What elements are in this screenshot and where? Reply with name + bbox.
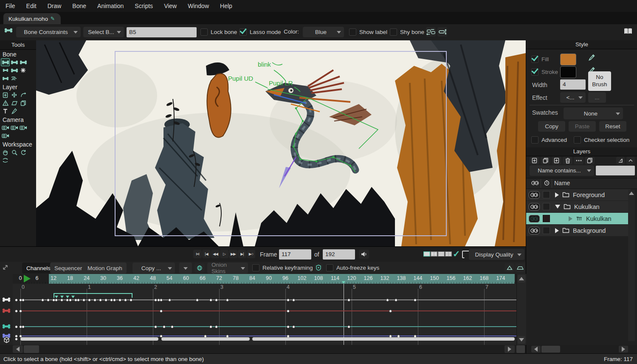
more-layer-options-button[interactable] <box>574 157 583 164</box>
bone-constraints-dropdown[interactable]: Bone Constraints <box>16 27 81 37</box>
layer-track-segment[interactable] <box>161 337 250 341</box>
fill-checkbox[interactable]: Fill <box>531 54 549 65</box>
loop-playback-button[interactable]: ⋈ <box>193 250 202 258</box>
timeline-tab-sequencer[interactable]: Sequencer <box>50 262 86 274</box>
layer-channel-icon[interactable] <box>1 336 11 343</box>
keyframe[interactable] <box>66 299 69 302</box>
edit-pencil-icon[interactable]: ✎ <box>51 16 55 22</box>
menu-window[interactable]: Window <box>182 0 214 12</box>
keyframe[interactable] <box>88 299 91 302</box>
keyframe[interactable] <box>292 325 295 328</box>
timeline-scroll-left-button[interactable] <box>13 345 23 353</box>
layers-vertical-scrollbar[interactable] <box>628 190 635 341</box>
keyframe[interactable] <box>99 299 102 302</box>
layer-color-swatch[interactable] <box>543 203 550 210</box>
bind-layer-tool-icon[interactable] <box>1 74 10 82</box>
onion-skins-dropdown[interactable]: Onion Skins <box>207 262 248 274</box>
total-frames-input[interactable]: 192 <box>323 249 355 260</box>
layer-row-kukulkan-2[interactable]: Kukulkan <box>526 213 631 224</box>
collapse-layers-button[interactable] <box>616 157 625 164</box>
lasso-mode-checkbox[interactable]: Lasso mode <box>240 27 281 37</box>
keyframe[interactable] <box>60 299 63 302</box>
timeline-horizontal-scrollbar[interactable] <box>0 345 526 353</box>
keyframe[interactable] <box>163 325 166 328</box>
layer-visibility-toggle[interactable] <box>529 191 540 199</box>
checker-selection-checkbox[interactable]: Checker selection <box>574 135 629 145</box>
keyframe[interactable] <box>386 299 389 302</box>
bone-teal-channel-icon[interactable] <box>1 323 11 330</box>
timeline-scroll-down-button[interactable] <box>518 336 525 344</box>
menu-draw[interactable]: Draw <box>42 0 67 12</box>
layer-visibility-toggle[interactable] <box>529 227 540 234</box>
effect-dropdown[interactable]: <... <box>560 92 586 103</box>
pan-tilt-camera-tool-icon[interactable] <box>1 132 10 140</box>
roll-camera-tool-icon[interactable] <box>19 124 28 132</box>
keyframe[interactable] <box>168 299 171 302</box>
bone-name-input[interactable]: B5 <box>127 27 197 37</box>
shear-layer-tool-icon[interactable] <box>10 99 19 107</box>
view-layout-3-icon[interactable] <box>438 251 445 258</box>
triangle-interp-icon[interactable] <box>505 263 514 272</box>
reset-style-button[interactable]: Reset <box>599 121 626 132</box>
document-canvas[interactable]: blink Pupil UD Pupil LR <box>36 40 526 246</box>
keyframe[interactable] <box>215 325 218 328</box>
effect-more-button[interactable]: ... <box>588 92 606 103</box>
translate-bone-tool-icon[interactable] <box>1 66 10 74</box>
go-to-end-button[interactable]: ▶| <box>238 250 246 258</box>
layers-filter-dropdown[interactable]: Name contains... <box>530 165 594 176</box>
keyframe[interactable] <box>347 325 350 328</box>
timeline-scroll-up-button[interactable] <box>518 275 525 282</box>
enable-drawing-check-icon[interactable]: ✓ <box>453 249 460 259</box>
keyframe[interactable] <box>130 299 132 302</box>
ease-interp-icon[interactable] <box>515 263 525 272</box>
bone-wind-tool-icon[interactable] <box>10 74 19 82</box>
keyframe[interactable] <box>22 299 25 302</box>
timeline-copy-dropdown[interactable]: Copy ... <box>132 262 175 274</box>
layer-visibility-toggle[interactable] <box>529 203 540 211</box>
view-layout-4-icon[interactable] <box>445 251 452 258</box>
reference-layer-button[interactable] <box>585 157 595 164</box>
rotate-workspace-tool-icon[interactable] <box>19 148 28 156</box>
keyframe[interactable] <box>41 299 44 302</box>
fill-color-swatch[interactable] <box>560 54 576 65</box>
keyframe[interactable] <box>118 299 121 302</box>
keyframe[interactable] <box>292 299 295 302</box>
eyedropper-tool-icon[interactable] <box>10 107 19 115</box>
lock-bone-checkbox[interactable]: Lock bone <box>200 27 237 37</box>
timeline-grid[interactable]: 01234567 <box>13 284 516 345</box>
layer-track-segment[interactable] <box>20 337 158 341</box>
keyframe[interactable] <box>171 325 174 328</box>
zoom-camera-tool-icon[interactable] <box>10 124 19 132</box>
menu-scripts[interactable]: Scripts <box>129 0 158 12</box>
new-layer-button[interactable] <box>530 157 539 164</box>
menu-help[interactable]: Help <box>214 0 238 12</box>
layers-scroll-thumb[interactable] <box>541 346 560 353</box>
scale-compensation-icon[interactable] <box>426 27 436 37</box>
fill-eyedropper-icon[interactable] <box>588 54 595 63</box>
audio-mute-icon[interactable] <box>359 250 369 259</box>
bone-label-blink[interactable]: blink <box>258 61 271 68</box>
menu-animation[interactable]: Animation <box>92 0 129 12</box>
bind-bones-tool-icon[interactable] <box>10 66 19 74</box>
show-label-checkbox[interactable]: Show label <box>349 27 387 37</box>
step-back-button[interactable]: ◀◀ <box>211 250 220 258</box>
bone-red-channel-icon[interactable] <box>1 307 11 314</box>
track-camera-tool-icon[interactable] <box>1 124 10 132</box>
squash-stretch-icon[interactable] <box>437 27 447 37</box>
add-bone-tool-icon[interactable] <box>10 58 19 66</box>
layers-scroll-left-button[interactable] <box>531 346 541 353</box>
delete-layer-button[interactable] <box>563 157 572 164</box>
swatches-dropdown[interactable]: None <box>564 107 623 119</box>
add-layer-tool-icon[interactable] <box>1 91 10 99</box>
auto-freeze-keys-checkbox[interactable]: Auto-freeze keys <box>326 262 379 273</box>
layers-filter-input[interactable] <box>596 166 635 175</box>
bone-label-pupil-ud[interactable]: Pupil UD <box>228 75 253 82</box>
play-range-button[interactable]: ▶○ <box>247 250 255 258</box>
keyframe[interactable] <box>154 299 157 302</box>
keyframe[interactable] <box>19 310 22 313</box>
menu-bone[interactable]: Bone <box>67 0 92 12</box>
menu-view[interactable]: View <box>158 0 182 12</box>
library-book-icon[interactable] <box>623 28 633 36</box>
keyframe[interactable] <box>160 310 163 313</box>
shy-bone-checkbox[interactable]: Shy bone <box>390 27 424 37</box>
